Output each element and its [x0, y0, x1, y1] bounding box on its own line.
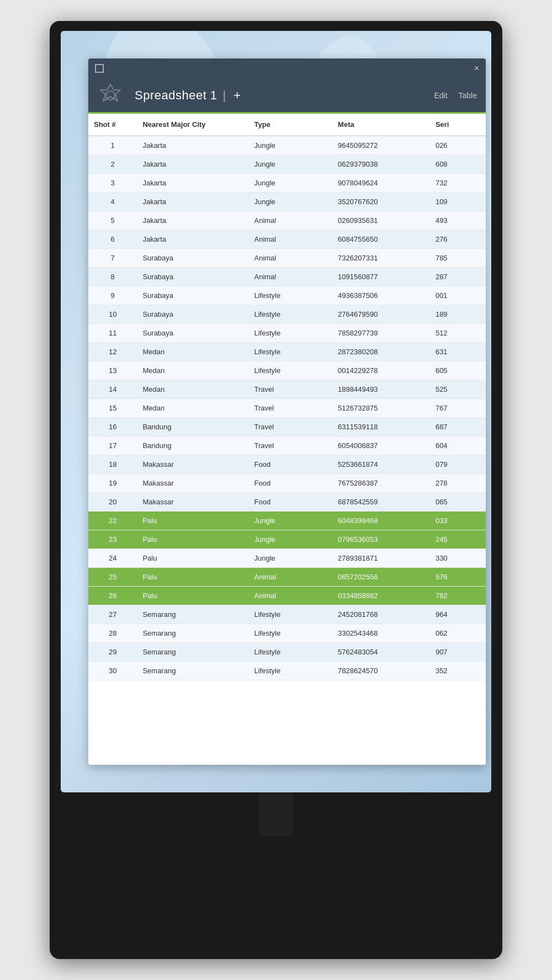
cell-shot: 27: [88, 605, 137, 624]
title-separator: |: [223, 88, 226, 103]
cell-serial: 109: [430, 193, 486, 211]
cell-shot: 10: [88, 305, 137, 324]
cell-meta: 6878542559: [332, 493, 430, 512]
table-row[interactable]: 14MedanTravel1898449493525: [88, 380, 486, 399]
table-row[interactable]: 6JakartaAnimal6084755650276: [88, 230, 486, 249]
cell-shot: 15: [88, 399, 137, 418]
table-row[interactable]: 26PaluAnimal0334858882782: [88, 587, 486, 605]
table-row[interactable]: 24PaluJungle2789381871330: [88, 549, 486, 568]
cell-serial: 352: [430, 662, 486, 680]
cell-city: Makassar: [137, 455, 248, 474]
cell-meta: 5126732875: [332, 399, 430, 418]
cell-shot: 5: [88, 211, 137, 230]
cell-type: Food: [249, 493, 333, 512]
cell-type: Travel: [249, 436, 333, 455]
cell-type: Jungle: [249, 530, 333, 549]
cell-meta: 6311539118: [332, 418, 430, 436]
table-row[interactable]: 29SemarangLifestyle5762483054907: [88, 643, 486, 662]
window-icon[interactable]: [95, 64, 104, 73]
cell-shot: 14: [88, 380, 137, 399]
cell-type: Lifestyle: [249, 324, 333, 343]
cell-meta: 3520767620: [332, 193, 430, 211]
cell-city: Jakarta: [137, 193, 248, 211]
app-header: Spreadsheet 1 | + Edit Table: [88, 78, 486, 114]
cell-city: Surabaya: [137, 286, 248, 305]
edit-button[interactable]: Edit: [434, 91, 447, 100]
table-row[interactable]: 10SurabayaLifestyle2764679590189: [88, 305, 486, 324]
monitor-stand-base: [199, 837, 353, 852]
cell-city: Medan: [137, 380, 248, 399]
data-table: Shot # Nearest Major City Type Meta Seri…: [88, 114, 486, 680]
cell-type: Animal: [249, 230, 333, 249]
cell-city: Surabaya: [137, 268, 248, 286]
cell-city: Medan: [137, 343, 248, 361]
cell-serial: 782: [430, 587, 486, 605]
cell-type: Jungle: [249, 155, 333, 174]
table-row[interactable]: 13MedanLifestyle0014229278605: [88, 361, 486, 380]
cell-serial: 062: [430, 624, 486, 643]
table-row[interactable]: 20MakassarFood6878542559065: [88, 493, 486, 512]
table-row[interactable]: 18MakassarFood5253661874079: [88, 455, 486, 474]
cell-type: Lifestyle: [249, 662, 333, 680]
table-row[interactable]: 17BandungTravel6054006837604: [88, 436, 486, 455]
cell-city: Surabaya: [137, 305, 248, 324]
cell-serial: 604: [430, 436, 486, 455]
spreadsheet-title: Spreadsheet 1: [135, 88, 217, 103]
table-row[interactable]: 27SemarangLifestyle2452081768964: [88, 605, 486, 624]
cell-serial: 767: [430, 399, 486, 418]
table-row[interactable]: 15MedanTravel5126732875767: [88, 399, 486, 418]
cell-shot: 28: [88, 624, 137, 643]
table-row[interactable]: 23PaluJungle0796536053245: [88, 530, 486, 549]
cell-shot: 6: [88, 230, 137, 249]
cell-meta: 0334858882: [332, 587, 430, 605]
table-row[interactable]: 22PaluJungle6048399468033: [88, 512, 486, 530]
monitor-stand-neck: [259, 792, 293, 837]
table-row[interactable]: 4JakartaJungle3520767620109: [88, 193, 486, 211]
close-button[interactable]: ×: [474, 63, 479, 73]
table-row[interactable]: 8SurabayaAnimal1091560877287: [88, 268, 486, 286]
table-row[interactable]: 16BandungTravel6311539118687: [88, 418, 486, 436]
table-row[interactable]: 3JakartaJungle9078049624732: [88, 174, 486, 193]
table-row[interactable]: 19MakassarFood7675286387278: [88, 474, 486, 493]
cell-shot: 26: [88, 587, 137, 605]
cell-shot: 29: [88, 643, 137, 662]
cell-shot: 16: [88, 418, 137, 436]
table-row[interactable]: 2JakartaJungle0629379038608: [88, 155, 486, 174]
cell-city: Jakarta: [137, 174, 248, 193]
cell-meta: 2452081768: [332, 605, 430, 624]
table-row[interactable]: 12MedanLifestyle2872380208631: [88, 343, 486, 361]
cell-city: Semarang: [137, 605, 248, 624]
table-row[interactable]: 30SemarangLifestyle7828624570352: [88, 662, 486, 680]
table-button[interactable]: Table: [459, 91, 477, 100]
table-container[interactable]: Shot # Nearest Major City Type Meta Seri…: [88, 114, 486, 765]
cell-meta: 9645095272: [332, 136, 430, 155]
cell-type: Lifestyle: [249, 624, 333, 643]
cell-meta: 0657202556: [332, 568, 430, 587]
cell-shot: 25: [88, 568, 137, 587]
col-header-shot: Shot #: [88, 114, 137, 136]
cell-serial: 576: [430, 568, 486, 587]
table-row[interactable]: 1JakartaJungle9645095272026: [88, 136, 486, 155]
table-row[interactable]: 5JakartaAnimal0260935631493: [88, 211, 486, 230]
cell-city: Medan: [137, 361, 248, 380]
cell-serial: 245: [430, 530, 486, 549]
table-row[interactable]: 25PaluAnimal0657202556576: [88, 568, 486, 587]
cell-meta: 9078049624: [332, 174, 430, 193]
cell-serial: 065: [430, 493, 486, 512]
cell-meta: 2764679590: [332, 305, 430, 324]
cell-city: Jakarta: [137, 211, 248, 230]
table-row[interactable]: 11SurabayaLifestyle7858297739512: [88, 324, 486, 343]
cell-meta: 0260935631: [332, 211, 430, 230]
cell-meta: 6048399468: [332, 512, 430, 530]
cell-meta: 5762483054: [332, 643, 430, 662]
cell-meta: 2789381871: [332, 549, 430, 568]
add-tab-button[interactable]: +: [233, 88, 241, 103]
cell-meta: 5253661874: [332, 455, 430, 474]
cell-meta: 0629379038: [332, 155, 430, 174]
cell-serial: 276: [430, 230, 486, 249]
cell-meta: 7828624570: [332, 662, 430, 680]
table-row[interactable]: 7SurabayaAnimal7326207331785: [88, 249, 486, 268]
cell-serial: 631: [430, 343, 486, 361]
table-row[interactable]: 9SurabayaLifestyle4936387506001: [88, 286, 486, 305]
table-row[interactable]: 28SemarangLifestyle3302543468062: [88, 624, 486, 643]
